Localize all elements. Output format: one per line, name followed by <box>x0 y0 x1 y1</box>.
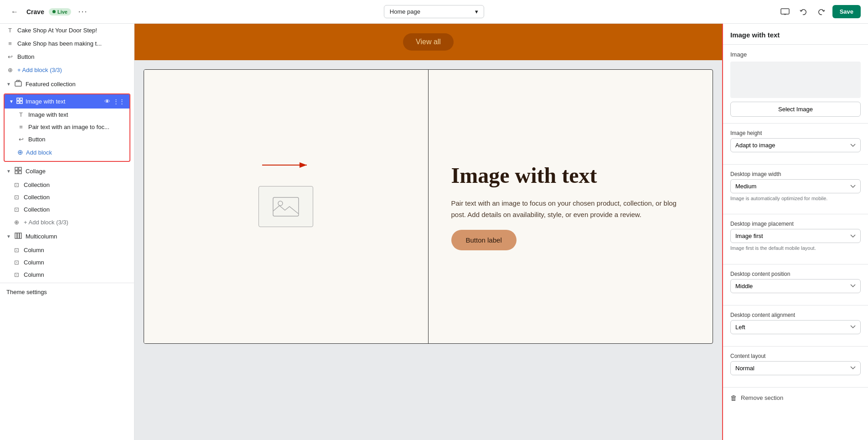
add-block-collage-label: + Add block (3/3) <box>24 219 128 226</box>
view-all-button[interactable]: View all <box>403 33 454 51</box>
add-block-sub[interactable]: ⊕ Add block <box>5 145 129 159</box>
crop-icon: ⊡ <box>13 247 20 254</box>
desktop-image-placement-field: Desktop image placement Image first Imag… <box>730 221 861 252</box>
redo-button[interactable] <box>814 5 829 19</box>
add-block-sub-label: Add block <box>26 149 52 156</box>
sidebar-item-label: Button <box>17 53 128 60</box>
collage-collection-1[interactable]: ⊡ Collection <box>0 179 134 191</box>
sub-item-desc[interactable]: ≡ Pair text with an image to foc... <box>5 121 129 133</box>
desktop-content-position-select[interactable]: Top Middle Bottom <box>730 279 861 293</box>
collage-header[interactable]: ▼ Collage <box>0 164 134 179</box>
undo-button[interactable] <box>796 5 811 19</box>
desktop-content-position-field: Desktop content position Top Middle Bott… <box>730 271 861 293</box>
desktop-image-placement-section: Desktop image placement Image first Imag… <box>723 214 868 264</box>
collage-collection-3[interactable]: ⊡ Collection <box>0 203 134 216</box>
desktop-image-width-label: Desktop image width <box>730 171 861 177</box>
desktop-content-alignment-select[interactable]: Left Center Right <box>730 320 861 334</box>
multicolumn-label: Multicolumn <box>26 233 57 240</box>
svg-rect-14 <box>20 233 21 238</box>
add-block-parent[interactable]: ⊕ + Add block (3/3) <box>0 63 134 77</box>
crop-icon: ⊡ <box>13 181 20 188</box>
more-button[interactable]: ··· <box>76 5 90 19</box>
section-actions: 👁 ⋮⋮ <box>104 98 125 105</box>
image-with-text-label: Image with text <box>26 98 102 105</box>
sub-item-label: Image with text <box>28 111 68 118</box>
desktop-image-placement-select[interactable]: Image first Image second <box>730 229 861 243</box>
eye-icon[interactable]: 👁 <box>104 98 110 105</box>
collage-collection-label: Collection <box>24 181 50 188</box>
column-3[interactable]: ⊡ Column <box>0 269 134 281</box>
image-with-text-row[interactable]: ▼ Image with text 👁 ⋮⋮ <box>5 94 129 109</box>
desktop-image-width-hint: Image is automatically optimized for mob… <box>730 195 861 202</box>
content-layout-label: Content layout <box>730 353 861 359</box>
desktop-content-position-section: Desktop content position Top Middle Bott… <box>723 264 868 305</box>
column-1[interactable]: ⊡ Column <box>0 244 134 256</box>
image-label: Image <box>730 51 861 58</box>
image-with-text-canvas-section[interactable]: Image with text Pair text with an image … <box>144 69 713 344</box>
topbar-right: Save <box>778 5 861 19</box>
iwt-button[interactable]: Button label <box>451 230 517 250</box>
iwt-text-side: Image with text Pair text with an image … <box>429 70 713 343</box>
collage-collection-2[interactable]: ⊡ Collection <box>0 191 134 203</box>
desktop-view-button[interactable] <box>778 5 792 19</box>
image-placeholder <box>258 186 313 227</box>
sidebar-item-label: Cake Shop has been making t... <box>17 40 128 47</box>
desktop-content-alignment-section: Desktop content alignment Left Center Ri… <box>723 305 868 347</box>
column-2[interactable]: ⊡ Column <box>0 256 134 269</box>
collage-add-block[interactable]: ⊕ + Add block (3/3) <box>0 216 134 229</box>
add-icon: ⊕ <box>13 219 20 226</box>
sidebar-item-title[interactable]: T Cake Shop At Your Door Step! <box>0 24 134 37</box>
svg-rect-7 <box>20 101 22 104</box>
image-height-label: Image height <box>730 130 861 136</box>
collage-label: Collage <box>26 168 46 175</box>
featured-collection-label: Featured collection <box>26 81 76 88</box>
sub-item-label: Pair text with an image to foc... <box>28 124 109 130</box>
remove-section-button[interactable]: 🗑 Remove section <box>723 388 868 408</box>
content-layout-select[interactable]: Normal Overlay <box>730 361 861 375</box>
featured-collection-header[interactable]: ▼ Featured collection <box>0 77 134 92</box>
image-height-select[interactable]: Adapt to image Small Medium Large Extra … <box>730 138 861 152</box>
sidebar-item-desc[interactable]: ≡ Cake Shop has been making t... <box>0 37 134 50</box>
text-icon: T <box>17 111 25 118</box>
crop-icon: ⊡ <box>13 194 20 201</box>
sub-item-title[interactable]: T Image with text <box>5 109 129 121</box>
svg-rect-10 <box>15 171 18 174</box>
save-button[interactable]: Save <box>832 5 861 18</box>
desktop-image-width-select[interactable]: Small Medium Large <box>730 179 861 193</box>
theme-settings[interactable]: Theme settings <box>0 283 134 301</box>
crop-icon: ⊡ <box>13 271 20 278</box>
iwt-description: Pair text with an image to focus on your… <box>451 197 690 221</box>
multicolumn-header[interactable]: ▼ Multicolumn <box>0 229 134 244</box>
collection-icon <box>15 80 22 88</box>
desktop-content-alignment-label: Desktop content alignment <box>730 312 861 318</box>
page-selector[interactable]: Home page ▾ <box>384 5 484 18</box>
column-label: Column <box>24 247 44 254</box>
crop-icon: ⊡ <box>13 206 20 213</box>
image-section: Image Select Image <box>723 45 868 124</box>
chevron-icon: ▼ <box>6 169 11 174</box>
iwt-image-side[interactable] <box>144 70 429 343</box>
column-label: Column <box>24 259 44 266</box>
grip-icon[interactable]: ⋮⋮ <box>113 98 125 105</box>
sub-item-button[interactable]: ↩ Button <box>5 133 129 145</box>
desktop-image-width-section: Desktop image width Small Medium Large I… <box>723 165 868 214</box>
back-button[interactable]: ← <box>7 5 22 19</box>
add-icon: ⊕ <box>6 67 14 73</box>
svg-rect-5 <box>20 98 22 100</box>
chevron-icon: ▼ <box>6 82 11 87</box>
collage-icon <box>15 167 22 176</box>
content-layout-field: Content layout Normal Overlay <box>730 353 861 375</box>
content-layout-section: Content layout Normal Overlay <box>723 347 868 388</box>
select-image-button[interactable]: Select Image <box>730 102 861 117</box>
add-block-label: + Add block (3/3) <box>17 67 128 73</box>
text-icon: T <box>6 27 14 34</box>
svg-rect-4 <box>17 98 19 100</box>
collage-collection-label: Collection <box>24 206 50 213</box>
canvas-wrapper: View all Image wi <box>134 24 722 344</box>
svg-rect-11 <box>19 171 21 174</box>
sidebar-item-label: Cake Shop At Your Door Step! <box>17 27 128 34</box>
paragraph-icon: ≡ <box>17 124 25 130</box>
sidebar-item-button[interactable]: ↩ Button <box>0 50 134 63</box>
iwt-inner: Image with text Pair text with an image … <box>144 70 713 343</box>
main-layout: T Cake Shop At Your Door Step! ≡ Cake Sh… <box>0 24 868 440</box>
